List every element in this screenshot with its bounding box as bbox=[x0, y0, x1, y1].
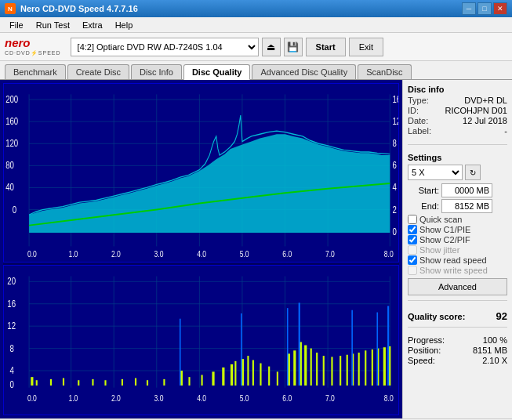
top-chart-svg: 200 160 120 80 40 0 16 12 8 6 4 2 0 0.0 … bbox=[4, 84, 398, 262]
show-jitter-checkbox[interactable] bbox=[408, 245, 417, 255]
svg-text:3.0: 3.0 bbox=[154, 394, 164, 404]
show-read-speed-checkbox[interactable] bbox=[408, 255, 417, 265]
save-button[interactable]: 💾 bbox=[284, 38, 303, 56]
svg-rect-90 bbox=[268, 367, 270, 386]
end-field-row: End: bbox=[408, 199, 507, 213]
svg-rect-80 bbox=[188, 378, 190, 386]
svg-text:6.0: 6.0 bbox=[282, 394, 292, 404]
svg-rect-98 bbox=[323, 357, 325, 386]
disc-date-value: 12 Jul 2018 bbox=[463, 116, 507, 125]
settings-title: Settings bbox=[408, 153, 507, 162]
svg-rect-88 bbox=[252, 360, 254, 386]
divider1 bbox=[408, 144, 507, 145]
svg-rect-71 bbox=[63, 378, 64, 386]
app-title: Nero CD-DVD Speed 4.7.7.16 bbox=[20, 4, 138, 13]
svg-text:0: 0 bbox=[393, 226, 397, 237]
show-jitter-label: Show jitter bbox=[419, 245, 459, 255]
tab-disc-quality[interactable]: Disc Quality bbox=[183, 64, 251, 80]
svg-text:7.0: 7.0 bbox=[325, 249, 335, 259]
tab-create-disc[interactable]: Create Disc bbox=[67, 64, 129, 79]
refresh-button[interactable]: ↻ bbox=[465, 165, 481, 180]
svg-text:0: 0 bbox=[13, 205, 16, 215]
tab-advanced-disc-quality[interactable]: Advanced Disc Quality bbox=[252, 64, 356, 79]
svg-text:6: 6 bbox=[393, 160, 397, 170]
progress-value: 100 % bbox=[483, 335, 507, 345]
quick-scan-checkbox[interactable] bbox=[408, 215, 417, 224]
position-row: Position: 8151 MB bbox=[408, 346, 507, 355]
menu-help[interactable]: Help bbox=[109, 19, 140, 31]
window-controls: ─ □ ✕ bbox=[462, 2, 507, 15]
svg-text:120: 120 bbox=[5, 138, 18, 148]
speed-row: Speed: 2.10 X bbox=[408, 356, 507, 365]
svg-text:4.0: 4.0 bbox=[197, 249, 206, 259]
position-label: Position: bbox=[408, 346, 441, 355]
start-label: Start: bbox=[408, 186, 439, 195]
start-button[interactable]: Start bbox=[306, 38, 346, 56]
quality-score-row: Quality score: 92 bbox=[408, 310, 507, 322]
svg-text:160: 160 bbox=[5, 116, 18, 126]
svg-text:2.0: 2.0 bbox=[111, 249, 121, 259]
quality-score-label: Quality score: bbox=[408, 312, 465, 321]
svg-rect-105 bbox=[372, 349, 373, 386]
chart-area: 200 160 120 80 40 0 16 12 8 6 4 2 0 0.0 … bbox=[0, 80, 402, 418]
svg-rect-78 bbox=[163, 379, 165, 386]
advanced-button[interactable]: Advanced bbox=[408, 278, 507, 295]
svg-rect-68 bbox=[31, 378, 33, 386]
show-write-speed-label: Show write speed bbox=[419, 266, 488, 275]
tab-benchmark[interactable]: Benchmark bbox=[5, 64, 66, 79]
c1-pie-checkbox[interactable] bbox=[408, 225, 417, 234]
svg-rect-72 bbox=[78, 381, 79, 386]
svg-text:8: 8 bbox=[393, 138, 397, 148]
c2-pif-checkbox[interactable] bbox=[408, 235, 417, 244]
disc-type-label: Type: bbox=[408, 96, 429, 105]
app-icon: N bbox=[5, 3, 16, 14]
right-panel: Disc info Type: DVD+R DL ID: RICOHJPN D0… bbox=[402, 80, 512, 418]
quality-score-value: 92 bbox=[496, 310, 507, 322]
disc-id-value: RICOHJPN D01 bbox=[445, 106, 507, 115]
tab-scan-disc[interactable]: ScanDisc bbox=[358, 64, 411, 79]
maximize-button[interactable]: □ bbox=[478, 2, 492, 15]
svg-text:7.0: 7.0 bbox=[325, 394, 335, 404]
svg-text:0.0: 0.0 bbox=[27, 249, 37, 259]
show-read-speed-label: Show read speed bbox=[419, 255, 487, 265]
svg-rect-107 bbox=[383, 348, 386, 386]
menu-bar: File Run Test Extra Help bbox=[0, 17, 512, 33]
drive-selector[interactable]: [4:2] Optiarc DVD RW AD-7240S 1.04 bbox=[71, 38, 259, 56]
settings-section: Settings 5 X ↻ Start: End: Quick scan bbox=[408, 153, 507, 295]
svg-text:6.0: 6.0 bbox=[282, 249, 292, 259]
svg-rect-83 bbox=[222, 368, 224, 386]
svg-text:80: 80 bbox=[5, 160, 14, 170]
svg-rect-103 bbox=[358, 353, 360, 386]
show-write-speed-checkbox[interactable] bbox=[408, 266, 417, 275]
menu-file[interactable]: File bbox=[3, 19, 30, 31]
minimize-button[interactable]: ─ bbox=[462, 2, 476, 15]
svg-rect-77 bbox=[147, 381, 148, 386]
c2-pif-row: Show C2/PIF bbox=[408, 235, 507, 244]
menu-run-test[interactable]: Run Test bbox=[30, 19, 76, 31]
divider3 bbox=[408, 327, 507, 328]
start-input[interactable] bbox=[441, 183, 492, 197]
title-bar: N Nero CD-DVD Speed 4.7.7.16 ─ □ ✕ bbox=[0, 0, 512, 17]
svg-text:1.0: 1.0 bbox=[68, 394, 78, 404]
disc-label-label: Label: bbox=[408, 126, 431, 136]
c2-pif-label: Show C2/PIF bbox=[419, 235, 470, 244]
end-input[interactable] bbox=[441, 199, 492, 213]
svg-text:4: 4 bbox=[393, 182, 397, 192]
close-button[interactable]: ✕ bbox=[493, 2, 507, 15]
menu-extra[interactable]: Extra bbox=[76, 19, 109, 31]
svg-rect-84 bbox=[231, 364, 233, 386]
speed-selector[interactable]: 5 X bbox=[408, 165, 463, 180]
top-chart: 200 160 120 80 40 0 16 12 8 6 4 2 0 0.0 … bbox=[3, 83, 399, 262]
tab-disc-info[interactable]: Disc Info bbox=[131, 64, 182, 79]
disc-info-title: Disc info bbox=[408, 85, 507, 94]
svg-rect-96 bbox=[310, 349, 312, 386]
divider2 bbox=[408, 300, 507, 301]
svg-rect-85 bbox=[234, 361, 236, 386]
eject-button[interactable]: ⏏ bbox=[262, 38, 281, 56]
svg-text:8: 8 bbox=[9, 343, 13, 353]
disc-date-label: Date: bbox=[408, 116, 428, 125]
exit-button[interactable]: Exit bbox=[349, 38, 383, 56]
bottom-chart: 20 16 12 8 4 0 0.0 1.0 2.0 3.0 4.0 5.0 6… bbox=[3, 265, 399, 415]
svg-text:200: 200 bbox=[5, 94, 18, 104]
show-write-speed-row: Show write speed bbox=[408, 266, 507, 275]
